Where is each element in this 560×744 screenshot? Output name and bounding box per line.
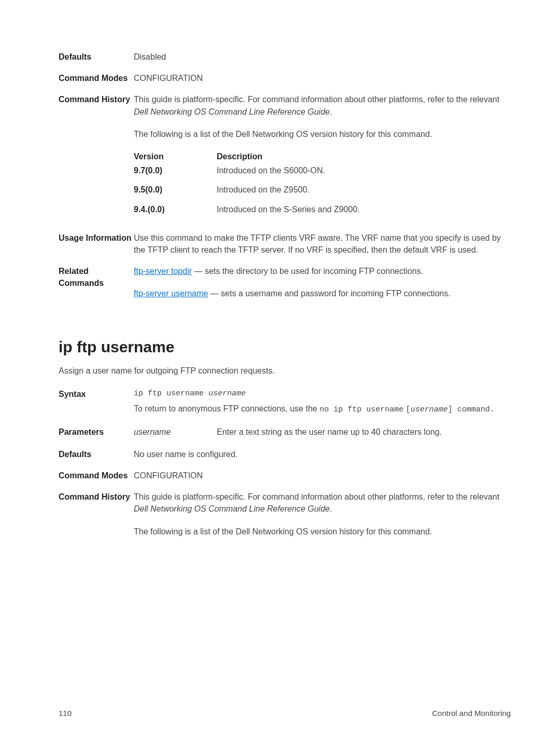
related-command-item: ftp-server username — sets a username an… <box>134 287 511 299</box>
guide-title: Dell Networking OS Command Line Referenc… <box>134 504 330 513</box>
version-row: 9.7(0.0) Introduced on the S6000-ON. <box>134 164 511 176</box>
syntax-negate: To return to anonymous FTP connections, … <box>134 403 511 416</box>
related-commands-value: ftp-server topdir — sets the directory t… <box>134 265 511 299</box>
text: . <box>330 107 332 116</box>
command-modes-row: Command Modes CONFIGURATION <box>59 72 511 84</box>
syntax-row: Syntax ip ftp username username To retur… <box>59 388 511 416</box>
version-cell: 9.7(0.0) <box>134 164 217 176</box>
command-modes-value: CONFIGURATION <box>134 72 511 84</box>
section-intro: Assign a user name for outgoing FTP conn… <box>59 365 511 377</box>
defaults-label: Defaults <box>59 448 134 460</box>
command-history-intro: This guide is platform-specific. For com… <box>134 93 511 117</box>
defaults-row-2: Defaults No user name is configured. <box>59 448 511 460</box>
command-history-row-2: Command History This guide is platform-s… <box>59 491 511 538</box>
command-history-value: This guide is platform-specific. For com… <box>134 491 511 538</box>
command-history-label: Command History <box>59 93 134 222</box>
version-cell: 9.5(0.0) <box>134 184 217 196</box>
version-row: 9.4.(0.0) Introduced on the S-Series and… <box>134 203 511 215</box>
code: no ip ftp username <box>319 405 403 414</box>
defaults-value: No user name is configured. <box>134 448 511 460</box>
code-bracket: ] command. <box>448 405 495 414</box>
defaults-label: Defaults <box>59 51 134 63</box>
related-commands-label: Related Commands <box>59 265 134 299</box>
code-arg: username <box>411 405 448 414</box>
command-history-following: The following is a list of the Dell Netw… <box>134 128 511 140</box>
parameter-name: username <box>134 426 217 438</box>
text: ip ftp username <box>134 389 208 398</box>
footer-section-name: Control and Monitoring <box>432 708 511 719</box>
command-modes-value: CONFIGURATION <box>134 470 511 481</box>
section-title: ip ftp username <box>59 336 511 359</box>
usage-information-text: Use this command to make the TFTP client… <box>134 232 511 256</box>
text: — sets the directory to be used for inco… <box>192 267 423 275</box>
defaults-value: Disabled <box>134 51 511 63</box>
text: — sets a username and password for incom… <box>208 289 450 298</box>
command-modes-label: Command Modes <box>59 72 134 84</box>
description-cell: Introduced on the S-Series and Z9000. <box>217 203 511 215</box>
page-number: 110 <box>59 708 72 719</box>
command-modes-label: Command Modes <box>59 470 134 481</box>
defaults-row: Defaults Disabled <box>59 51 511 63</box>
description-cell: Introduced on the S6000-ON. <box>217 164 511 176</box>
command-history-intro: This guide is platform-specific. For com… <box>134 491 511 515</box>
related-commands-row: Related Commands ftp-server topdir — set… <box>59 265 511 299</box>
version-row: 9.5(0.0) Introduced on the Z9500. <box>134 184 511 196</box>
description-header: Description <box>217 150 511 162</box>
description-cell: Introduced on the Z9500. <box>217 184 511 196</box>
command-history-row: Command History This guide is platform-s… <box>59 93 511 222</box>
parameters-label: Parameters <box>59 426 134 438</box>
related-command-item: ftp-server topdir — sets the directory t… <box>134 265 511 277</box>
parameter-description: Enter a text string as the user name up … <box>217 426 511 438</box>
ftp-server-username-link[interactable]: ftp-server username <box>134 289 208 298</box>
text: This guide is platform-specific. For com… <box>134 95 499 104</box>
guide-title: Dell Networking OS Command Line Referenc… <box>134 107 330 116</box>
text: To return to anonymous FTP connections, … <box>134 404 319 413</box>
usage-information-label: Usage Information <box>59 232 134 256</box>
code-bracket: [ <box>406 405 411 414</box>
command-history-value: This guide is platform-specific. For com… <box>134 93 511 222</box>
usage-information-row: Usage Information Use this command to ma… <box>59 232 511 256</box>
version-header: Version <box>134 150 217 162</box>
command-history-label: Command History <box>59 491 134 538</box>
text: . <box>330 504 332 513</box>
syntax-label: Syntax <box>59 388 134 416</box>
command-modes-row-2: Command Modes CONFIGURATION <box>59 470 511 481</box>
ftp-server-topdir-link[interactable]: ftp-server topdir <box>134 267 192 275</box>
syntax-arg: username <box>208 389 246 398</box>
parameters-row: Parameters username Enter a text string … <box>59 426 511 438</box>
text: This guide is platform-specific. For com… <box>134 492 499 501</box>
page-footer: 110 Control and Monitoring <box>59 708 511 719</box>
parameters-value: username Enter a text string as the user… <box>134 426 511 438</box>
syntax-code: ip ftp username username <box>134 388 511 399</box>
version-table-header: Version Description <box>134 150 511 162</box>
syntax-value: ip ftp username username To return to an… <box>134 388 511 416</box>
version-cell: 9.4.(0.0) <box>134 203 217 215</box>
command-history-following: The following is a list of the Dell Netw… <box>134 526 511 538</box>
